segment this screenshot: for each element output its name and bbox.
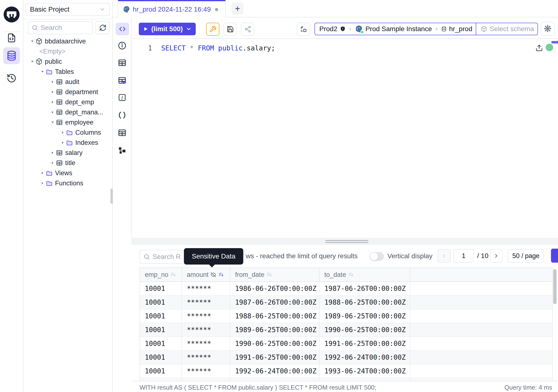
tree-item-functions[interactable]: Functions	[23, 178, 113, 188]
tree-item-dept_mana[interactable]: dept_mana...	[23, 107, 113, 117]
cell[interactable]: 10001	[140, 351, 182, 364]
info-icon[interactable]	[117, 41, 127, 51]
cell[interactable]: 1988-06-25T00:00:00Z	[320, 296, 410, 309]
tree-item-empty[interactable]: <Empty>	[23, 46, 113, 56]
tree-item-columns[interactable]: Columns	[23, 127, 113, 138]
caret-right-icon[interactable]	[50, 79, 56, 84]
panel-resize-divider[interactable]	[131, 238, 558, 245]
batch-query-button[interactable]	[297, 23, 310, 36]
cell[interactable]: ******	[182, 337, 230, 350]
table-icon[interactable]	[117, 128, 127, 138]
schema-selector[interactable]: Select schema	[476, 23, 539, 35]
caret-right-icon[interactable]	[50, 100, 56, 105]
cell[interactable]: 1990-06-25T00:00:00Z	[230, 337, 320, 350]
cell[interactable]: ******	[182, 378, 230, 381]
cell[interactable]: ******	[182, 351, 230, 364]
cell[interactable]: 10001	[140, 378, 182, 381]
share-button[interactable]	[241, 23, 254, 36]
bytebase-logo[interactable]	[4, 7, 19, 22]
sql-editor[interactable]: 1 SELECT * FROM public.salary;	[131, 39, 558, 238]
connection-context[interactable]: Prod2 Prod Sample Instance hr_prod	[315, 23, 476, 35]
cell[interactable]	[410, 296, 552, 309]
cell[interactable]: ******	[182, 365, 230, 378]
tree-item-salary[interactable]: salary	[23, 148, 113, 158]
cell[interactable]: 10001	[140, 365, 182, 378]
tree-item-audit[interactable]: audit	[23, 77, 113, 87]
connection-breadcrumb[interactable]: Prod2 Prod Sample Instance hr_prod	[314, 23, 538, 35]
cell[interactable]: 1989-06-25T00:00:00Z	[320, 309, 410, 323]
caret-right-icon[interactable]	[60, 130, 66, 135]
column-header-amount[interactable]: amount	[182, 268, 230, 281]
vertical-display-toggle[interactable]	[369, 252, 384, 261]
code-icon[interactable]	[116, 23, 129, 35]
cell[interactable]: 10001	[140, 309, 182, 323]
column-header-from_date[interactable]: from_date	[230, 268, 320, 281]
save-button[interactable]	[224, 23, 237, 36]
caret-right-icon[interactable]	[50, 110, 56, 115]
sql-code-line[interactable]: SELECT * FROM public.salary;	[161, 44, 275, 52]
database-icon[interactable]	[3, 47, 20, 64]
table-row[interactable]: 10001******1991-06-25T00:00:00Z1992-06-2…	[140, 351, 552, 365]
upload-icon[interactable]	[535, 44, 543, 52]
function-icon[interactable]: f	[117, 93, 127, 102]
sidebar-search-input[interactable]	[41, 24, 87, 32]
ai-assistant-button[interactable]: ❋	[541, 22, 555, 36]
caret-right-icon[interactable]	[50, 160, 56, 165]
table-row[interactable]: 10001******1989-06-25T00:00:00Z1990-06-2…	[140, 323, 552, 337]
cell[interactable]	[410, 309, 552, 323]
format-button[interactable]	[206, 23, 219, 36]
caret-right-icon[interactable]	[39, 171, 46, 175]
schema-diagram-icon[interactable]	[117, 146, 127, 155]
caret-down-icon[interactable]	[50, 120, 56, 125]
table-row[interactable]: 10001******1992-06-24T00:00:00Z1993-06-2…	[140, 365, 552, 378]
tree-item-indexes[interactable]: Indexes	[23, 138, 113, 148]
tree-item-employee[interactable]: employee	[23, 117, 113, 127]
cell[interactable]	[410, 323, 552, 337]
sort-icon[interactable]	[266, 272, 272, 278]
sort-icon[interactable]	[348, 272, 354, 278]
cell[interactable]: 1987-06-26T00:00:00Z	[320, 282, 410, 295]
project-selector[interactable]: Basic Project	[26, 3, 110, 16]
tree-item-tables[interactable]: Tables	[23, 67, 113, 77]
sensitive-table-icon[interactable]	[117, 76, 127, 85]
parentheses-icon[interactable]	[117, 110, 127, 120]
cell[interactable]: ******	[182, 323, 230, 337]
cell[interactable]: 1994-06-24T00:00:00Z	[320, 378, 410, 381]
cell[interactable]: 1993-06-24T00:00:00Z	[230, 378, 320, 381]
cell[interactable]: 1991-06-25T00:00:00Z	[320, 337, 410, 350]
table-row[interactable]: 10001******1988-06-25T00:00:00Z1989-06-2…	[140, 309, 552, 323]
tree-item-public[interactable]: public	[23, 56, 113, 67]
cell[interactable]	[410, 282, 552, 295]
next-page-button[interactable]	[490, 249, 503, 263]
prev-page-button[interactable]	[437, 249, 451, 263]
cell[interactable]	[410, 337, 552, 350]
table-row[interactable]: 10001******1986-06-26T00:00:00Z1987-06-2…	[140, 282, 552, 296]
cell[interactable]	[410, 351, 552, 364]
cell[interactable]: 10001	[140, 323, 182, 337]
page-size-select[interactable]: 50 / page	[508, 249, 544, 263]
caret-right-icon[interactable]	[50, 150, 56, 155]
cell[interactable]: 10001	[140, 282, 182, 295]
cell[interactable]: 10001	[140, 296, 182, 309]
column-header-to_date[interactable]: to_date	[320, 268, 410, 281]
caret-right-icon[interactable]	[60, 140, 66, 145]
new-tab-button[interactable]: +	[231, 3, 244, 15]
cell[interactable]: 1988-06-25T00:00:00Z	[230, 309, 320, 323]
history-icon[interactable]	[3, 70, 20, 87]
cell[interactable]: ******	[182, 296, 230, 309]
tree-item-views[interactable]: Views	[23, 168, 113, 178]
refresh-button[interactable]	[96, 21, 110, 34]
sort-icon[interactable]	[170, 272, 176, 278]
chevron-down-icon[interactable]	[186, 26, 192, 32]
tree-item-title[interactable]: title	[23, 158, 113, 168]
export-button[interactable]	[551, 249, 558, 263]
tab-hr-prod[interactable]: hr_prod 2024-11-22 16:49	[118, 0, 226, 18]
worksheet-icon[interactable]	[3, 29, 20, 46]
table-row[interactable]: 10001******1987-06-26T00:00:00Z1988-06-2…	[140, 296, 552, 309]
eye-off-icon[interactable]	[210, 272, 216, 278]
cell[interactable]: 1986-06-26T00:00:00Z	[230, 282, 320, 295]
column-header-emp_no[interactable]: emp_no	[140, 268, 182, 281]
caret-down-icon[interactable]	[29, 39, 35, 44]
tree-item-department[interactable]: department	[23, 87, 113, 97]
tree-item-bbdataarchive[interactable]: bbdataarchive	[23, 36, 113, 46]
